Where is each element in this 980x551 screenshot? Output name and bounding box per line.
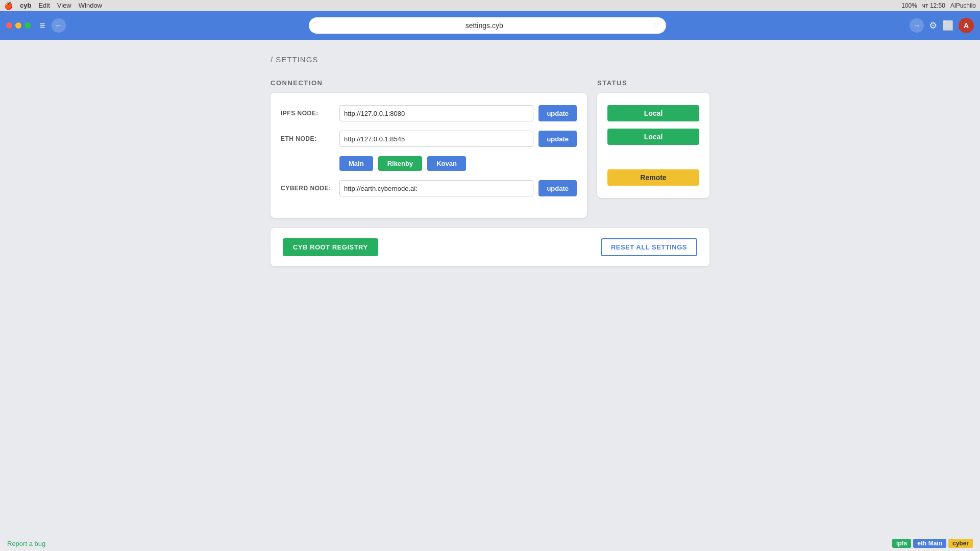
forward-button[interactable]: → — [910, 18, 924, 33]
network-main-button[interactable]: Main — [339, 156, 373, 171]
fullscreen-button[interactable] — [24, 22, 31, 29]
cyberd-node-row: CYBERD NODE: update — [281, 180, 577, 196]
connection-card: IPFS NODE: update ETH NODE: update Main … — [271, 93, 587, 218]
clock: чт 12:50 — [922, 2, 945, 9]
minimize-button[interactable] — [15, 22, 21, 29]
bottom-bar: Report a bug ipfs eth Main cyber — [0, 536, 980, 551]
cyberd-node-label: CYBERD NODE: — [281, 185, 334, 192]
close-button[interactable] — [6, 22, 12, 29]
status-pills: ipfs eth Main cyber — [892, 539, 973, 548]
cyberd-update-button[interactable]: update — [538, 180, 577, 196]
status-title: STATUS — [597, 79, 709, 87]
battery-status: 100% — [901, 2, 917, 9]
network-rikenby-button[interactable]: Rikenby — [378, 156, 423, 171]
address-bar[interactable]: settings.cyb ♡ — [309, 17, 666, 34]
settings-icon[interactable]: ⚙ — [929, 20, 937, 31]
browser-chrome: ≡ ← settings.cyb ♡ → ⚙ ⬜ A — [0, 11, 980, 40]
address-text: settings.cyb — [316, 21, 652, 30]
eth-node-row: ETH NODE: update — [281, 131, 577, 147]
ipfs-node-row: IPFS NODE: update — [281, 105, 577, 121]
cyberd-status-badge: Remote — [607, 169, 699, 186]
favorite-icon[interactable]: ♡ — [652, 21, 659, 30]
window-menu[interactable]: Window — [79, 2, 102, 9]
connection-panel: CONNECTION IPFS NODE: update ETH NODE: u… — [271, 79, 587, 218]
ipfs-node-label: IPFS NODE: — [281, 110, 334, 117]
hamburger-menu[interactable]: ≡ — [38, 18, 47, 33]
cyberd-node-input[interactable] — [339, 180, 533, 196]
eth-pill: eth Main — [913, 539, 946, 548]
ipfs-pill: ipfs — [892, 539, 911, 548]
user-avatar[interactable]: A — [959, 18, 974, 33]
network-buttons: Main Rikenby Kovan — [339, 156, 577, 171]
eth-node-label: ETH NODE: — [281, 135, 334, 142]
reset-all-settings-button[interactable]: RESET ALL SETTINGS — [601, 238, 697, 256]
app-name[interactable]: cyb — [20, 2, 31, 9]
status-card: Local Local Remote — [597, 93, 709, 198]
view-menu[interactable]: View — [57, 2, 71, 9]
apple-menu[interactable]: 🍎 — [4, 2, 13, 10]
username: AlPuchilo — [950, 2, 976, 9]
main-content: / SETTINGS CONNECTION IPFS NODE: update … — [0, 40, 980, 536]
network-kovan-button[interactable]: Kovan — [427, 156, 466, 171]
action-panel: CYB ROOT REGISTRY RESET ALL SETTINGS — [271, 228, 709, 266]
eth-status-badge: Local — [607, 129, 699, 145]
eth-node-input[interactable] — [339, 131, 533, 147]
edit-menu[interactable]: Edit — [38, 2, 50, 9]
back-button[interactable]: ← — [52, 18, 66, 33]
cyber-pill: cyber — [948, 539, 973, 548]
eth-update-button[interactable]: update — [538, 131, 577, 147]
traffic-lights — [6, 22, 31, 29]
report-bug-link[interactable]: Report a bug — [7, 540, 45, 547]
ipfs-node-input[interactable] — [339, 105, 533, 121]
breadcrumb: / SETTINGS — [271, 55, 709, 64]
extensions-icon[interactable]: ⬜ — [942, 20, 953, 31]
status-panel: STATUS Local Local Remote — [597, 79, 709, 198]
action-card: CYB ROOT REGISTRY RESET ALL SETTINGS — [271, 228, 709, 266]
cyb-root-registry-button[interactable]: CYB ROOT REGISTRY — [283, 238, 378, 256]
ipfs-update-button[interactable]: update — [538, 105, 577, 121]
mac-topbar: 🍎 cyb Edit View Window 100% чт 12:50 AlP… — [0, 0, 980, 11]
connection-title: CONNECTION — [271, 79, 587, 87]
ipfs-status-badge: Local — [607, 105, 699, 121]
